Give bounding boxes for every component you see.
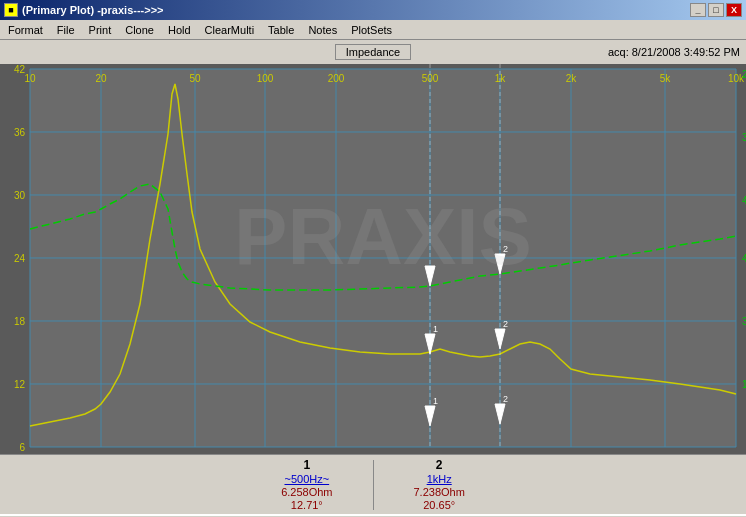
svg-text:2k: 2k xyxy=(566,73,578,84)
svg-text:10: 10 xyxy=(24,73,36,84)
marker-1-box: 1 ~500Hz~ 6.258Ohm 12.71° xyxy=(281,458,332,511)
svg-text:PRAXIS: PRAXIS xyxy=(234,192,532,281)
acq-timestamp: acq: 8/21/2008 3:49:52 PM xyxy=(608,46,740,58)
impedance-label: Impedance xyxy=(335,44,411,60)
marker-1-num: 1 xyxy=(303,458,310,472)
markers-area: 1 ~500Hz~ 6.258Ohm 12.71° 2 1kHz 7.238Oh… xyxy=(0,454,746,514)
svg-text:30: 30 xyxy=(742,316,746,327)
svg-text:45: 45 xyxy=(742,195,746,206)
title-bar: ■ (Primary Plot) -praxis--->>> _ □ X xyxy=(0,0,746,20)
svg-text:30: 30 xyxy=(14,190,26,201)
svg-text:24: 24 xyxy=(14,253,26,264)
app-icon: ■ xyxy=(4,3,18,17)
svg-text:2: 2 xyxy=(503,394,508,404)
svg-text:25: 25 xyxy=(742,69,746,80)
menu-table[interactable]: Table xyxy=(262,23,300,37)
menu-print[interactable]: Print xyxy=(83,23,118,37)
toolbar: Impedance acq: 8/21/2008 3:49:52 PM xyxy=(0,40,746,64)
svg-text:45: 45 xyxy=(742,253,746,264)
plot-area[interactable]: 10 20 50 100 200 500 1k 2k 5k 10k 42 36 … xyxy=(0,64,746,454)
menu-notes[interactable]: Notes xyxy=(302,23,343,37)
svg-text:2: 2 xyxy=(503,319,508,329)
svg-text:15: 15 xyxy=(742,379,746,390)
menu-bar: Format File Print Clone Hold ClearMulti … xyxy=(0,20,746,40)
marker-1-ohm: 6.258Ohm xyxy=(281,486,332,498)
svg-text:1: 1 xyxy=(433,324,438,334)
svg-text:200: 200 xyxy=(328,73,345,84)
menu-hold[interactable]: Hold xyxy=(162,23,197,37)
marker-2-box: 2 1kHz 7.238Ohm 20.65° xyxy=(414,458,465,511)
window-controls[interactable]: _ □ X xyxy=(690,3,742,17)
svg-text:6: 6 xyxy=(19,442,25,453)
menu-file[interactable]: File xyxy=(51,23,81,37)
close-button[interactable]: X xyxy=(726,3,742,17)
marker-2-num: 2 xyxy=(436,458,443,472)
svg-text:100: 100 xyxy=(257,73,274,84)
svg-text:36: 36 xyxy=(14,127,26,138)
maximize-button[interactable]: □ xyxy=(708,3,724,17)
marker-1-deg: 12.71° xyxy=(291,499,323,511)
minimize-button[interactable]: _ xyxy=(690,3,706,17)
menu-clearmulti[interactable]: ClearMulti xyxy=(199,23,261,37)
svg-text:18: 18 xyxy=(14,316,26,327)
menu-format[interactable]: Format xyxy=(2,23,49,37)
svg-text:12: 12 xyxy=(14,379,26,390)
marker-2-freq[interactable]: 1kHz xyxy=(427,473,452,485)
svg-text:20: 20 xyxy=(95,73,107,84)
svg-text:42: 42 xyxy=(14,64,26,75)
marker-2-deg: 20.65° xyxy=(423,499,455,511)
svg-text:5k: 5k xyxy=(660,73,672,84)
svg-text:35: 35 xyxy=(742,132,746,143)
menu-plotsets[interactable]: PlotSets xyxy=(345,23,398,37)
svg-text:50: 50 xyxy=(189,73,201,84)
marker-separator xyxy=(373,460,374,510)
marker-2-ohm: 7.238Ohm xyxy=(414,486,465,498)
plot-svg: 10 20 50 100 200 500 1k 2k 5k 10k 42 36 … xyxy=(0,64,746,454)
svg-text:1: 1 xyxy=(433,396,438,406)
menu-clone[interactable]: Clone xyxy=(119,23,160,37)
window-title: (Primary Plot) -praxis--->>> xyxy=(22,4,164,16)
marker-1-freq[interactable]: ~500Hz~ xyxy=(284,473,329,485)
